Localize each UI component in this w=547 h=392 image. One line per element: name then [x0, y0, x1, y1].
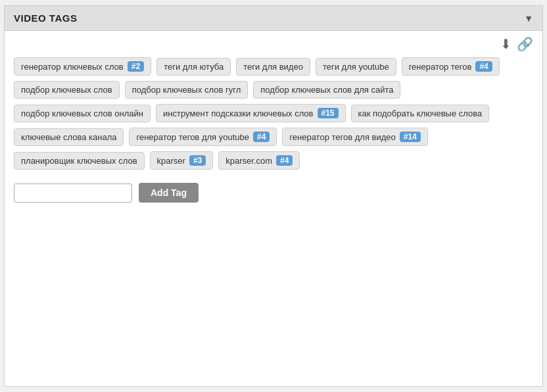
tag-item: теги для ютуба — [156, 58, 231, 76]
tag-label: генератор ключевых слов — [21, 62, 124, 72]
widget-header: VIDEO TAGS ▼ — [5, 6, 542, 31]
tag-label: генератор тегов для видео — [289, 132, 395, 142]
tag-item: ключевые слова канала — [14, 128, 124, 146]
link-icon[interactable]: 🔗 — [517, 36, 533, 52]
tag-item: генератор тегов#4 — [402, 57, 500, 76]
tag-item: подбор ключевых слов для сайта — [253, 81, 400, 99]
tag-item: генератор ключевых слов#2 — [14, 57, 151, 76]
tag-label: генератор тегов — [409, 62, 472, 72]
tag-item: теги для youtube — [316, 58, 396, 76]
tag-label: подбор ключевых слов для сайта — [260, 85, 393, 95]
widget-title: VIDEO TAGS — [14, 12, 77, 24]
tag-label: теги для видео — [243, 62, 303, 72]
tag-item: kparser.com#4 — [218, 151, 300, 170]
tag-badge: #4 — [276, 155, 293, 166]
tag-label: как подобрать ключевые слова — [358, 109, 483, 118]
tag-item: теги для видео — [236, 58, 310, 76]
tag-item: подбор ключевых слов онлайн — [14, 105, 151, 122]
tag-badge: #15 — [318, 108, 339, 118]
tags-container: генератор ключевых слов#2теги для ютубат… — [5, 55, 542, 176]
tag-item: генератор тегов для youtube#4 — [129, 128, 277, 146]
tag-badge: #14 — [400, 132, 421, 142]
tag-label: kparser — [157, 156, 185, 166]
tag-item: планировщик ключевых слов — [14, 152, 145, 170]
add-tag-button[interactable]: Add Tag — [139, 183, 199, 203]
download-icon[interactable]: ⬇ — [500, 36, 511, 52]
tag-item: подбор ключевых слов — [14, 81, 120, 99]
tag-item: kparser#3 — [150, 151, 214, 170]
add-tag-row: Add Tag — [5, 176, 542, 212]
toolbar: ⬇ 🔗 — [5, 31, 542, 55]
tag-badge: #4 — [253, 132, 270, 142]
tag-item: генератор тегов для видео#14 — [282, 128, 427, 146]
tag-label: инструмент подсказки ключевых слов — [163, 109, 314, 118]
chevron-down-icon[interactable]: ▼ — [524, 13, 533, 24]
tag-label: планировщик ключевых слов — [21, 156, 137, 166]
video-tags-widget: VIDEO TAGS ▼ ⬇ 🔗 генератор ключевых слов… — [4, 5, 543, 387]
tag-label: генератор тегов для youtube — [136, 132, 249, 142]
tag-label: kparser.com — [226, 156, 272, 166]
tag-label: подбор ключевых слов гугл — [132, 85, 241, 95]
tag-badge: #3 — [189, 155, 206, 166]
tag-item: как подобрать ключевые слова — [351, 105, 490, 122]
tag-badge: #2 — [128, 61, 144, 72]
tag-label: подбор ключевых слов онлайн — [21, 109, 143, 118]
add-tag-input[interactable] — [14, 184, 132, 203]
tag-label: теги для ютуба — [164, 62, 224, 72]
tag-item: подбор ключевых слов гугл — [125, 81, 249, 99]
tag-label: подбор ключевых слов — [21, 85, 112, 95]
tag-label: ключевые слова канала — [21, 132, 116, 142]
tag-badge: #4 — [475, 61, 492, 72]
tag-item: инструмент подсказки ключевых слов#15 — [156, 104, 346, 122]
tag-label: теги для youtube — [323, 62, 389, 72]
